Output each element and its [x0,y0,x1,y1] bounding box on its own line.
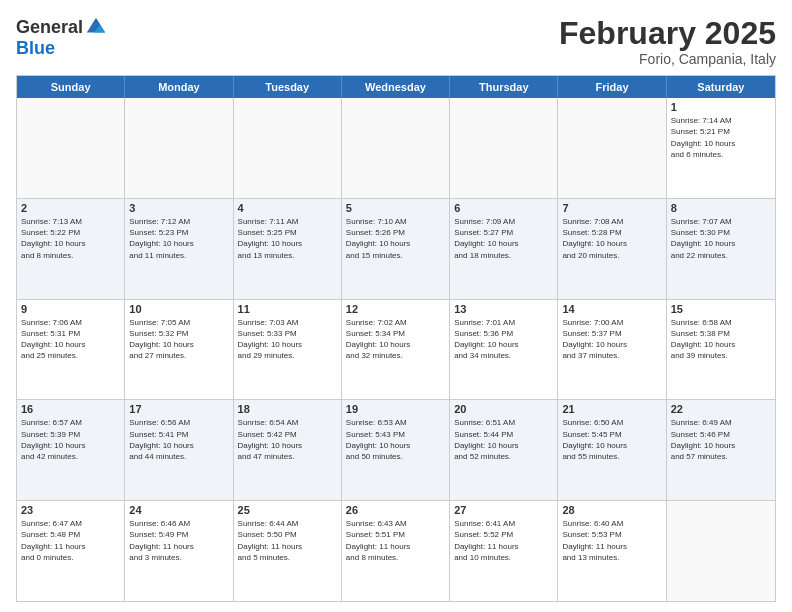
calendar-week-row: 2Sunrise: 7:13 AM Sunset: 5:22 PM Daylig… [17,199,775,300]
calendar-cell: 17Sunrise: 6:56 AM Sunset: 5:41 PM Dayli… [125,400,233,500]
calendar-cell: 19Sunrise: 6:53 AM Sunset: 5:43 PM Dayli… [342,400,450,500]
day-number: 22 [671,403,771,415]
day-number: 15 [671,303,771,315]
calendar-cell: 6Sunrise: 7:09 AM Sunset: 5:27 PM Daylig… [450,199,558,299]
day-number: 6 [454,202,553,214]
title-block: February 2025 Forio, Campania, Italy [559,16,776,67]
day-number: 28 [562,504,661,516]
day-number: 16 [21,403,120,415]
calendar-cell [667,501,775,601]
logo-general: General [16,17,83,38]
calendar-cell: 4Sunrise: 7:11 AM Sunset: 5:25 PM Daylig… [234,199,342,299]
calendar-cell: 5Sunrise: 7:10 AM Sunset: 5:26 PM Daylig… [342,199,450,299]
calendar-week-row: 23Sunrise: 6:47 AM Sunset: 5:48 PM Dayli… [17,501,775,601]
header: General Blue February 2025 Forio, Campan… [16,16,776,67]
calendar-cell: 25Sunrise: 6:44 AM Sunset: 5:50 PM Dayli… [234,501,342,601]
calendar-cell: 13Sunrise: 7:01 AM Sunset: 5:36 PM Dayli… [450,300,558,400]
day-info: Sunrise: 7:01 AM Sunset: 5:36 PM Dayligh… [454,317,553,362]
calendar-cell: 10Sunrise: 7:05 AM Sunset: 5:32 PM Dayli… [125,300,233,400]
day-number: 20 [454,403,553,415]
calendar-cell: 18Sunrise: 6:54 AM Sunset: 5:42 PM Dayli… [234,400,342,500]
calendar-cell: 7Sunrise: 7:08 AM Sunset: 5:28 PM Daylig… [558,199,666,299]
day-number: 13 [454,303,553,315]
calendar-cell [125,98,233,198]
header-day: Monday [125,76,233,98]
day-number: 18 [238,403,337,415]
header-day: Saturday [667,76,775,98]
calendar-header: SundayMondayTuesdayWednesdayThursdayFrid… [17,76,775,98]
calendar-week-row: 1Sunrise: 7:14 AM Sunset: 5:21 PM Daylig… [17,98,775,199]
calendar: SundayMondayTuesdayWednesdayThursdayFrid… [16,75,776,602]
calendar-cell [558,98,666,198]
calendar-cell: 1Sunrise: 7:14 AM Sunset: 5:21 PM Daylig… [667,98,775,198]
day-number: 2 [21,202,120,214]
day-number: 11 [238,303,337,315]
day-info: Sunrise: 7:12 AM Sunset: 5:23 PM Dayligh… [129,216,228,261]
calendar-cell: 20Sunrise: 6:51 AM Sunset: 5:44 PM Dayli… [450,400,558,500]
day-info: Sunrise: 6:40 AM Sunset: 5:53 PM Dayligh… [562,518,661,563]
day-number: 3 [129,202,228,214]
day-number: 27 [454,504,553,516]
calendar-cell [17,98,125,198]
day-number: 23 [21,504,120,516]
calendar-cell: 16Sunrise: 6:57 AM Sunset: 5:39 PM Dayli… [17,400,125,500]
day-info: Sunrise: 6:51 AM Sunset: 5:44 PM Dayligh… [454,417,553,462]
day-info: Sunrise: 7:09 AM Sunset: 5:27 PM Dayligh… [454,216,553,261]
day-info: Sunrise: 6:58 AM Sunset: 5:38 PM Dayligh… [671,317,771,362]
header-day: Tuesday [234,76,342,98]
calendar-cell: 23Sunrise: 6:47 AM Sunset: 5:48 PM Dayli… [17,501,125,601]
calendar-week-row: 16Sunrise: 6:57 AM Sunset: 5:39 PM Dayli… [17,400,775,501]
day-number: 12 [346,303,445,315]
calendar-cell: 12Sunrise: 7:02 AM Sunset: 5:34 PM Dayli… [342,300,450,400]
day-info: Sunrise: 7:02 AM Sunset: 5:34 PM Dayligh… [346,317,445,362]
day-info: Sunrise: 6:46 AM Sunset: 5:49 PM Dayligh… [129,518,228,563]
day-number: 24 [129,504,228,516]
day-info: Sunrise: 7:11 AM Sunset: 5:25 PM Dayligh… [238,216,337,261]
logo-blue: Blue [16,38,55,59]
day-info: Sunrise: 6:41 AM Sunset: 5:52 PM Dayligh… [454,518,553,563]
day-info: Sunrise: 7:07 AM Sunset: 5:30 PM Dayligh… [671,216,771,261]
calendar-cell [234,98,342,198]
calendar-cell: 3Sunrise: 7:12 AM Sunset: 5:23 PM Daylig… [125,199,233,299]
day-info: Sunrise: 6:53 AM Sunset: 5:43 PM Dayligh… [346,417,445,462]
day-info: Sunrise: 6:54 AM Sunset: 5:42 PM Dayligh… [238,417,337,462]
calendar-cell [450,98,558,198]
calendar-cell: 28Sunrise: 6:40 AM Sunset: 5:53 PM Dayli… [558,501,666,601]
day-info: Sunrise: 6:44 AM Sunset: 5:50 PM Dayligh… [238,518,337,563]
day-number: 25 [238,504,337,516]
header-day: Sunday [17,76,125,98]
day-number: 10 [129,303,228,315]
calendar-cell: 22Sunrise: 6:49 AM Sunset: 5:46 PM Dayli… [667,400,775,500]
calendar-cell: 21Sunrise: 6:50 AM Sunset: 5:45 PM Dayli… [558,400,666,500]
page: General Blue February 2025 Forio, Campan… [0,0,792,612]
day-number: 8 [671,202,771,214]
header-day: Wednesday [342,76,450,98]
calendar-cell: 24Sunrise: 6:46 AM Sunset: 5:49 PM Dayli… [125,501,233,601]
calendar-cell: 15Sunrise: 6:58 AM Sunset: 5:38 PM Dayli… [667,300,775,400]
day-number: 7 [562,202,661,214]
day-info: Sunrise: 6:49 AM Sunset: 5:46 PM Dayligh… [671,417,771,462]
calendar-subtitle: Forio, Campania, Italy [559,51,776,67]
day-number: 1 [671,101,771,113]
header-day: Thursday [450,76,558,98]
day-info: Sunrise: 7:10 AM Sunset: 5:26 PM Dayligh… [346,216,445,261]
day-info: Sunrise: 7:13 AM Sunset: 5:22 PM Dayligh… [21,216,120,261]
day-info: Sunrise: 6:57 AM Sunset: 5:39 PM Dayligh… [21,417,120,462]
day-info: Sunrise: 7:14 AM Sunset: 5:21 PM Dayligh… [671,115,771,160]
header-day: Friday [558,76,666,98]
day-number: 9 [21,303,120,315]
day-info: Sunrise: 7:03 AM Sunset: 5:33 PM Dayligh… [238,317,337,362]
calendar-cell: 26Sunrise: 6:43 AM Sunset: 5:51 PM Dayli… [342,501,450,601]
calendar-title: February 2025 [559,16,776,51]
day-info: Sunrise: 7:08 AM Sunset: 5:28 PM Dayligh… [562,216,661,261]
calendar-cell [342,98,450,198]
day-number: 21 [562,403,661,415]
calendar-cell: 14Sunrise: 7:00 AM Sunset: 5:37 PM Dayli… [558,300,666,400]
day-info: Sunrise: 6:56 AM Sunset: 5:41 PM Dayligh… [129,417,228,462]
day-number: 17 [129,403,228,415]
day-info: Sunrise: 6:50 AM Sunset: 5:45 PM Dayligh… [562,417,661,462]
day-number: 5 [346,202,445,214]
calendar-cell: 8Sunrise: 7:07 AM Sunset: 5:30 PM Daylig… [667,199,775,299]
calendar-cell: 2Sunrise: 7:13 AM Sunset: 5:22 PM Daylig… [17,199,125,299]
calendar-body: 1Sunrise: 7:14 AM Sunset: 5:21 PM Daylig… [17,98,775,601]
